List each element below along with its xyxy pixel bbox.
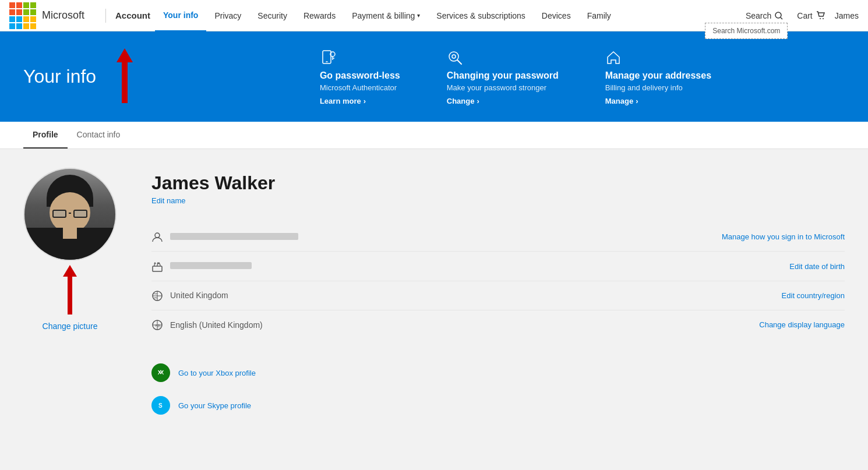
- language-globe-icon: A あ: [151, 319, 163, 331]
- hero-action-passwordless: Go password-less Microsoft Authenticator…: [320, 48, 400, 105]
- profile-right: James Walker Edit name Manage how you si…: [151, 172, 845, 422]
- skype-icon: S: [151, 396, 170, 415]
- blurred-birthday: [170, 262, 252, 269]
- svg-point-0: [775, 12, 781, 18]
- profile-area: Change picture James Walker Edit name: [0, 149, 868, 445]
- cart-button[interactable]: Cart: [797, 11, 825, 20]
- main-content: Profile Contact info: [0, 122, 868, 445]
- svg-rect-13: [153, 266, 162, 271]
- user-icon: [151, 231, 170, 243]
- skype-profile-link[interactable]: Go your Skype profile: [178, 401, 251, 410]
- red-arrow-picture: [63, 265, 77, 314]
- avatar: [23, 168, 117, 261]
- topnav-right: Search Search Microsoft.com Cart James: [741, 9, 859, 23]
- manage-signin-link[interactable]: Manage how you sign in to Microsoft: [722, 232, 845, 241]
- edit-dob-link[interactable]: Edit date of birth: [789, 262, 845, 271]
- skype-svg: S: [156, 400, 166, 411]
- cart-label: Cart: [797, 11, 812, 20]
- location-icon: [151, 289, 170, 302]
- skype-profile-item: S Go your Skype profile: [151, 389, 845, 422]
- search-icon: [775, 12, 783, 20]
- tab-profile[interactable]: Profile: [23, 122, 68, 149]
- nav-payment[interactable]: Payment & billing ▾: [344, 0, 428, 31]
- hero-actions: Go password-less Microsoft Authenticator…: [186, 48, 845, 105]
- payment-billing-label: Payment & billing: [352, 11, 415, 20]
- learn-more-arrow: ›: [364, 97, 366, 105]
- nav-privacy[interactable]: Privacy: [206, 0, 249, 31]
- edit-country-link[interactable]: Edit country/region: [782, 291, 845, 300]
- nav-divider: [105, 9, 106, 23]
- avatar-image: [24, 169, 115, 260]
- change-picture-link[interactable]: Change picture: [43, 321, 98, 331]
- svg-text:S: S: [158, 402, 163, 409]
- cake-icon: [151, 261, 163, 273]
- change-password-link[interactable]: Change ›: [447, 97, 559, 105]
- addresses-title: Manage your addresses: [605, 70, 711, 81]
- globe-pin-icon: [151, 290, 163, 302]
- profile-left: Change picture: [23, 172, 117, 331]
- nav-rewards[interactable]: Rewards: [295, 0, 344, 31]
- search-label: Search: [746, 11, 771, 20]
- nav-devices[interactable]: Devices: [534, 0, 579, 31]
- learn-more-link[interactable]: Learn more ›: [320, 97, 400, 105]
- profile-field-birthday: Edit date of birth: [151, 252, 845, 281]
- password-icon: [447, 48, 559, 66]
- blurred-signin: [170, 233, 298, 240]
- arrow-shaft-picture: [68, 277, 72, 314]
- hero-title-area: Your info: [23, 66, 186, 87]
- manage-arrow: ›: [636, 97, 638, 105]
- account-label: Account: [115, 10, 150, 20]
- edit-name-link[interactable]: Edit name: [151, 196, 845, 205]
- country-value: United Kingdom: [170, 291, 782, 300]
- passwordless-subtitle: Microsoft Authenticator: [320, 83, 400, 92]
- search-button[interactable]: Search: [741, 9, 788, 23]
- addresses-subtitle: Billing and delivery info: [605, 83, 711, 92]
- phone-key-icon: [320, 50, 336, 66]
- svg-line-1: [781, 17, 782, 19]
- hero-action-password: Changing your password Make your passwor…: [447, 48, 559, 105]
- glasses: [52, 210, 87, 218]
- profile-field-language: A あ English (United Kingdom) Change disp…: [151, 310, 845, 339]
- svg-point-18: [156, 368, 165, 377]
- passwordless-icon: [320, 48, 400, 66]
- nav-security[interactable]: Security: [249, 0, 295, 31]
- nav-family[interactable]: Family: [579, 0, 619, 31]
- svg-point-12: [155, 233, 160, 238]
- xbox-profile-link[interactable]: Go to your Xbox profile: [178, 369, 256, 377]
- change-arrow: ›: [477, 97, 479, 105]
- page-title: Your info: [23, 66, 186, 87]
- search-box: Search Search Microsoft.com: [741, 9, 788, 23]
- language-value: English (United Kingdom): [170, 320, 759, 330]
- user-full-name: James Walker: [151, 172, 845, 194]
- hero-action-addresses: Manage your addresses Billing and delive…: [605, 48, 711, 105]
- birthday-value: [170, 261, 789, 271]
- arrow-head-hero: [117, 48, 133, 62]
- nav-services[interactable]: Services & subscriptions: [428, 0, 534, 31]
- change-language-link[interactable]: Change display language: [759, 320, 845, 329]
- svg-text:あ: あ: [157, 324, 161, 328]
- home-icon: [605, 50, 622, 66]
- social-profiles: Go to your Xbox profile S Go your Skype …: [151, 356, 845, 422]
- username-display[interactable]: James: [835, 11, 859, 20]
- xbox-svg: [156, 367, 166, 378]
- cart-icon: [816, 11, 825, 20]
- nav-your-info[interactable]: Your info: [155, 0, 206, 31]
- svg-point-11: [452, 55, 456, 58]
- arrow-shaft-hero: [122, 62, 128, 103]
- arrow-head-picture: [63, 265, 77, 277]
- svg-point-3: [823, 18, 824, 19]
- manage-addresses-link[interactable]: Manage ›: [605, 97, 711, 105]
- svg-line-10: [457, 60, 461, 64]
- xbox-icon: [151, 363, 170, 382]
- top-navigation: Microsoft Account Your info Privacy Secu…: [0, 0, 868, 31]
- search-dropdown: Search Microsoft.com: [705, 23, 788, 39]
- person-icon: [151, 231, 163, 243]
- tab-contact-info[interactable]: Contact info: [68, 122, 130, 149]
- profile-field-country: United Kingdom Edit country/region: [151, 281, 845, 310]
- ms-logo-grid: [9, 2, 36, 29]
- xbox-profile-item: Go to your Xbox profile: [151, 356, 845, 389]
- payment-dropdown-icon: ▾: [417, 12, 420, 19]
- svg-point-2: [820, 18, 821, 19]
- signin-value: [170, 232, 722, 242]
- microsoft-logo[interactable]: Microsoft: [9, 2, 84, 29]
